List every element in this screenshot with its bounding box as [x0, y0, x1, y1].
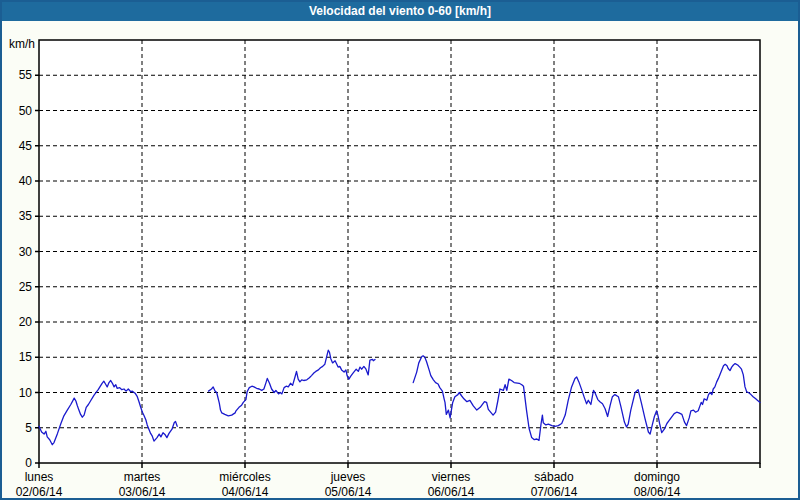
y-tick-label: 50 [19, 104, 33, 118]
x-date-label: 06/06/14 [428, 485, 475, 499]
x-date-label: 07/06/14 [531, 485, 578, 499]
y-tick-label: 10 [19, 386, 33, 400]
x-day-label: domingo [634, 470, 680, 484]
y-tick-label: 55 [19, 68, 33, 82]
x-day-label: martes [124, 470, 161, 484]
x-day-label: sábado [534, 470, 574, 484]
window-title-bar: Velocidad del viento 0-60 [km/h] [0, 0, 800, 21]
x-day-label: viernes [432, 470, 471, 484]
y-tick-label: 15 [19, 350, 33, 364]
x-day-label: jueves [330, 470, 366, 484]
wind-speed-window: { "window": { "border_color": "#1b5e93",… [0, 0, 800, 500]
y-tick-label: 5 [25, 421, 32, 435]
y-tick-label: 25 [19, 280, 33, 294]
x-day-label: miércoles [219, 470, 270, 484]
y-tick-label: 40 [19, 174, 33, 188]
y-tick-label: 20 [19, 315, 33, 329]
y-tick-label: 30 [19, 245, 33, 259]
y-tick-label: 0 [25, 456, 32, 470]
x-date-label: 02/06/14 [16, 485, 63, 499]
y-tick-label: 45 [19, 139, 33, 153]
y-tick-label: 35 [19, 209, 33, 223]
x-date-label: 03/06/14 [119, 485, 166, 499]
y-axis-unit-label: km/h [9, 37, 35, 51]
x-date-label: 08/06/14 [634, 485, 681, 499]
x-date-label: 04/06/14 [222, 485, 269, 499]
window-title: Velocidad del viento 0-60 [km/h] [309, 4, 491, 18]
x-day-label: lunes [25, 470, 54, 484]
x-date-label: 05/06/14 [325, 485, 372, 499]
wind-speed-chart: 0510152025303540455055km/hlunes02/06/14m… [0, 0, 800, 500]
